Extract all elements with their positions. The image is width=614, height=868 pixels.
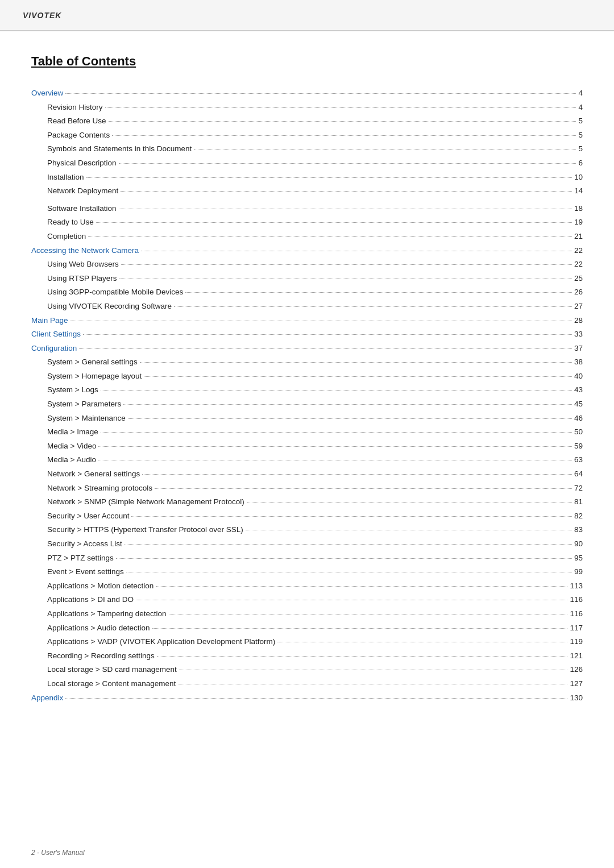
toc-label: System > Maintenance bbox=[47, 412, 126, 425]
toc-dots bbox=[121, 264, 572, 265]
toc-dots bbox=[105, 107, 576, 108]
toc-label: PTZ > PTZ settings bbox=[47, 552, 114, 564]
toc-page: 116 bbox=[570, 593, 583, 606]
toc-entry: Physical Description6 bbox=[31, 157, 583, 169]
toc-dots bbox=[126, 572, 572, 572]
toc-entry: Security > HTTPS (Hypertext Transfer Pro… bbox=[31, 524, 583, 536]
toc-dots bbox=[247, 502, 572, 502]
toc-label: Applications > DI and DO bbox=[47, 593, 134, 606]
toc-dots bbox=[123, 404, 572, 405]
toc-page: 99 bbox=[574, 566, 583, 578]
toc-page: 45 bbox=[574, 398, 583, 410]
toc-dots bbox=[185, 292, 572, 293]
toc-entry: System > Homepage layout40 bbox=[31, 370, 583, 383]
toc-page: 127 bbox=[570, 678, 583, 690]
toc-dots bbox=[246, 530, 572, 530]
toc-dots bbox=[112, 135, 576, 136]
toc-entry[interactable]: Appendix130 bbox=[31, 692, 583, 704]
toc-label: System > Logs bbox=[47, 384, 98, 396]
toc-dots bbox=[101, 432, 572, 433]
toc-label: Ready to Use bbox=[47, 216, 94, 229]
toc-entry: System > Logs43 bbox=[31, 384, 583, 396]
toc-label[interactable]: Accessing the Network Camera bbox=[31, 244, 139, 257]
toc-entry: Network > General settings64 bbox=[31, 468, 583, 480]
toc-page: 59 bbox=[574, 440, 583, 452]
toc-label: Event > Event settings bbox=[47, 566, 124, 578]
toc-label[interactable]: Appendix bbox=[31, 692, 63, 704]
toc-dots bbox=[179, 670, 568, 670]
toc-entry[interactable]: Overview4 bbox=[31, 87, 583, 99]
toc-entry: Applications > DI and DO116 bbox=[31, 593, 583, 606]
toc-title: Table of Contents bbox=[31, 54, 583, 71]
toc-page: 72 bbox=[574, 482, 583, 495]
toc-label: Applications > Audio detection bbox=[47, 622, 150, 634]
toc-entry: Applications > VADP (VIVOTEK Application… bbox=[31, 636, 583, 648]
toc-page: 22 bbox=[574, 244, 583, 257]
toc-page: 38 bbox=[574, 356, 583, 368]
toc-entry: Software Installation18 bbox=[31, 202, 583, 215]
toc-entry[interactable]: Accessing the Network Camera22 bbox=[31, 244, 583, 257]
toc-page: 130 bbox=[570, 692, 583, 704]
toc-entry: Recording > Recording settings121 bbox=[31, 650, 583, 662]
toc-entry: Network > Streaming protocols72 bbox=[31, 482, 583, 495]
toc-entry: Media > Image50 bbox=[31, 426, 583, 438]
toc-label: Software Installation bbox=[47, 202, 117, 215]
toc-dots bbox=[109, 121, 576, 122]
toc-entry[interactable]: Client Settings33 bbox=[31, 328, 583, 340]
toc-entry: Applications > Audio detection117 bbox=[31, 622, 583, 634]
toc-page: 95 bbox=[574, 552, 583, 564]
toc-dots bbox=[144, 376, 572, 377]
toc-page: 21 bbox=[574, 230, 583, 243]
toc-dots bbox=[119, 163, 576, 164]
toc-page: 50 bbox=[574, 426, 583, 438]
toc-dots bbox=[142, 474, 572, 475]
toc-label: Security > Access List bbox=[47, 538, 122, 550]
toc-dots bbox=[98, 460, 572, 460]
toc-label[interactable]: Client Settings bbox=[31, 328, 81, 340]
toc-entry: Network Deployment14 bbox=[31, 185, 583, 197]
toc-label: Physical Description bbox=[47, 157, 117, 169]
toc-label: Recording > Recording settings bbox=[47, 650, 155, 662]
toc-label: Installation bbox=[47, 171, 84, 184]
toc-entry: System > General settings38 bbox=[31, 356, 583, 368]
toc-list: Overview4Revision History4Read Before Us… bbox=[31, 87, 583, 704]
toc-entry: Installation10 bbox=[31, 171, 583, 184]
toc-entry: Read Before Use5 bbox=[31, 115, 583, 127]
toc-page: 117 bbox=[570, 622, 583, 634]
toc-label: Media > Image bbox=[47, 426, 98, 438]
toc-page: 121 bbox=[570, 650, 583, 662]
toc-entry[interactable]: Main Page28 bbox=[31, 314, 583, 327]
toc-dots bbox=[174, 306, 572, 307]
toc-page: 43 bbox=[574, 384, 583, 396]
toc-dots bbox=[88, 236, 572, 237]
toc-dots bbox=[155, 488, 572, 489]
toc-entry: System > Parameters45 bbox=[31, 398, 583, 410]
toc-label: System > General settings bbox=[47, 356, 138, 368]
toc-dots bbox=[101, 390, 572, 391]
toc-entry: System > Maintenance46 bbox=[31, 412, 583, 425]
toc-label: Package Contents bbox=[47, 129, 110, 142]
toc-label: Network > SNMP (Simple Network Managemen… bbox=[47, 496, 244, 508]
toc-entry: Media > Audio63 bbox=[31, 454, 583, 466]
toc-entry: Using RTSP Players25 bbox=[31, 272, 583, 285]
toc-dots bbox=[128, 418, 572, 419]
toc-label[interactable]: Main Page bbox=[31, 314, 68, 327]
toc-label: Security > HTTPS (Hypertext Transfer Pro… bbox=[47, 524, 243, 536]
toc-label[interactable]: Overview bbox=[31, 87, 63, 99]
toc-dots bbox=[141, 251, 572, 251]
toc-page: 5 bbox=[578, 143, 583, 155]
toc-page: 10 bbox=[574, 171, 583, 184]
toc-label: Revision History bbox=[47, 101, 103, 114]
toc-entry: Using 3GPP-compatible Mobile Devices26 bbox=[31, 286, 583, 298]
toc-page: 46 bbox=[574, 412, 583, 425]
toc-page: 82 bbox=[574, 510, 583, 522]
toc-label[interactable]: Configuration bbox=[31, 342, 77, 355]
toc-entry: Using VIVOTEK Recording Software27 bbox=[31, 300, 583, 313]
toc-dots bbox=[194, 149, 576, 149]
toc-label: Completion bbox=[47, 230, 86, 243]
toc-label: Media > Audio bbox=[47, 454, 96, 466]
content-area: Table of Contents Overview4Revision Hist… bbox=[0, 31, 614, 740]
toc-entry: Network > SNMP (Simple Network Managemen… bbox=[31, 496, 583, 508]
toc-entry[interactable]: Configuration37 bbox=[31, 342, 583, 355]
toc-entry: Local storage > Content management127 bbox=[31, 678, 583, 690]
